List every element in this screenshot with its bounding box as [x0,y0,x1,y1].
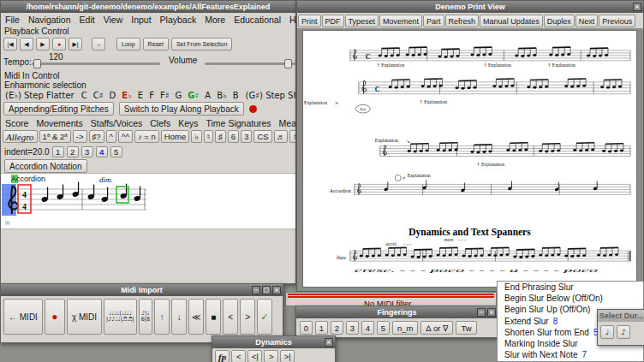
menu-view[interactable]: View [104,15,123,26]
movement-button[interactable]: Movement [379,15,422,27]
manual-updates-button[interactable]: Manual Updates [480,15,543,27]
staff-name-label[interactable]: Accordion [11,175,47,183]
print-view-titlebar[interactable]: Denemo Print View × [297,1,643,13]
tempo-snippet-button[interactable]: Allegro [3,130,38,143]
menu-time-signatures[interactable]: Time Signatures [206,118,271,129]
indent-3-button[interactable]: 3 [81,146,93,157]
arrow-snippet-button[interactable]: -> [73,130,87,143]
pdf-button[interactable]: PDF [322,15,344,27]
volume-slider-handle[interactable] [284,59,292,68]
natural-button[interactable]: ♮ [204,130,213,143]
fp-button[interactable]: fp [215,350,230,362]
dim-start-button[interactable]: > [264,350,278,362]
cresc-end-button[interactable]: <| [247,350,262,362]
close-icon[interactable]: × [272,286,281,294]
midi-record-button[interactable]: ● [45,299,65,335]
midi-import-titlebar[interactable]: Midi Import − □ × [1,284,283,296]
indent-2-button[interactable]: 2 [67,146,79,157]
play-along-playback-button[interactable]: Switch to Play Along Playback [119,102,244,116]
double-caret-button[interactable]: ^^ [118,130,133,143]
menu-file[interactable]: File [5,15,20,26]
stop-button[interactable]: ■ [206,299,221,335]
menu-input[interactable]: Input [131,15,151,26]
finger-0-button[interactable]: 0 [300,321,313,335]
pitch-e-flat[interactable]: E♭ [121,91,133,100]
close-icon[interactable]: × [487,308,496,317]
menu-educational[interactable]: Educational [234,15,281,26]
dynamics-titlebar[interactable]: Dynamics × [212,336,335,348]
reset-button[interactable]: Reset [143,38,169,50]
menu-playback[interactable]: Playback [160,15,197,26]
menu-movements[interactable]: Movements [36,118,82,129]
tempo-slider-handle[interactable] [33,59,41,68]
refresh-button[interactable]: Refresh [445,15,480,27]
beamed-notes-button[interactable]: ♬ [274,130,288,143]
pitch-g-sharp[interactable]: G♯ [187,91,200,100]
menu-help[interactable]: Help [289,15,295,26]
minimize-icon[interactable]: − [252,286,260,294]
caret-button[interactable]: ^ [106,130,116,143]
menu-item-begin-slur-below[interactable]: Begin Slur Below (Off/On) [498,293,643,304]
eighth-note-button[interactable]: ♪ [617,325,630,339]
n-m-button[interactable]: n_m [392,321,418,335]
menu-more[interactable]: More [205,15,225,26]
menu-clefs[interactable]: Clefs [150,118,170,129]
main-titlebar[interactable]: /home/rshann/git-denemo/denemo/examples/… [1,1,295,13]
menu-keys[interactable]: Keys [178,118,198,129]
flat-button[interactable]: ♭ [191,130,201,143]
rewind-button[interactable]: ≪ [188,299,204,335]
close-icon[interactable]: × [325,338,333,347]
up-arrow-button[interactable]: ↑ [289,130,295,143]
transport-to-start-button[interactable]: |◀ [3,38,17,50]
score-page[interactable]: C ↑ Explanation ↑ Explanation ↑ Explanat… [302,30,637,288]
transport-rewind-button[interactable]: ◀ [20,38,33,50]
note-equals-button[interactable]: ♪ = n [134,130,159,143]
typeset-button[interactable]: Typeset [345,15,379,27]
cresc-start-button[interactable]: < [231,350,246,362]
score-edit-area[interactable]: Accordion [1,173,295,229]
duration-grid-2-button[interactable]: ♪|♩ 6|8 [139,299,152,335]
pitch-c-sharp[interactable]: C♯ [92,91,104,100]
accordion-notation-button[interactable]: Accordion Notation [4,159,87,173]
select-duration-titlebar[interactable]: Select Dur... [598,310,644,322]
pitch-a[interactable]: A [204,91,212,100]
pitch-g[interactable]: G [175,91,183,100]
volume-slider[interactable] [205,62,295,65]
finger-2-button[interactable]: 2 [331,321,343,335]
previous-note-button[interactable]: < [223,299,238,335]
pitch-d[interactable]: D [109,91,117,100]
loop-button[interactable]: Loop [116,38,140,50]
appending-editing-pitches-button[interactable]: Appending/Editing Pitches [3,102,114,116]
maximize-icon[interactable]: □ [262,286,271,294]
sharp-button[interactable]: ♯ [215,130,226,143]
transport-record-button[interactable]: ● [52,38,66,50]
cs-button[interactable]: CS [253,130,271,143]
indent-5-button[interactable]: 5 [110,146,122,157]
delta-nabla-button[interactable]: ∆ or ∇ [420,321,453,335]
set-from-selection-button[interactable]: Set From Selection [171,38,233,50]
finger-5-button[interactable]: 5 [377,321,390,335]
menu-edit[interactable]: Edit [80,15,95,26]
clef-selection-highlight[interactable] [2,184,16,216]
pitch-f-sharp[interactable]: F♯ [159,91,170,100]
indent-1-button[interactable]: 1 [52,146,64,157]
close-icon[interactable]: × [633,3,641,11]
indent-4-button[interactable]: 4 [96,146,108,157]
pitch-down-button[interactable]: ↓ [171,299,187,335]
pitch-b-flat[interactable]: B♭ [216,91,228,100]
menu-item-end-phrasing-slur[interactable]: End Phrasing Slur [498,282,643,293]
step-flatter-button[interactable]: (E♭) Step Flatter [3,91,76,100]
quarter-note-button[interactable]: ♩ [600,325,614,339]
midi-in-button[interactable]: ← MIDI [3,299,43,335]
six-button[interactable]: 6 [228,130,239,143]
fingerings-titlebar[interactable]: Fingerings − × [296,306,498,318]
previous-button[interactable]: Previous [599,15,635,27]
menu-navigation[interactable]: Navigation [28,15,71,26]
duration-grid-button[interactable]: ♩♩♩♩|♩♩♩♩ |♪♪♩♩|♬♬| [104,299,137,335]
transport-play-button[interactable]: ▶ [36,38,50,50]
pitch-up-button[interactable]: ↑ [154,299,170,335]
duplex-button[interactable]: Duplex [544,15,575,27]
next-button[interactable]: Next [575,15,599,27]
dim-end-button[interactable]: >| [280,350,295,362]
menu-staffs-voices[interactable]: Staffs/Voices [91,118,143,129]
